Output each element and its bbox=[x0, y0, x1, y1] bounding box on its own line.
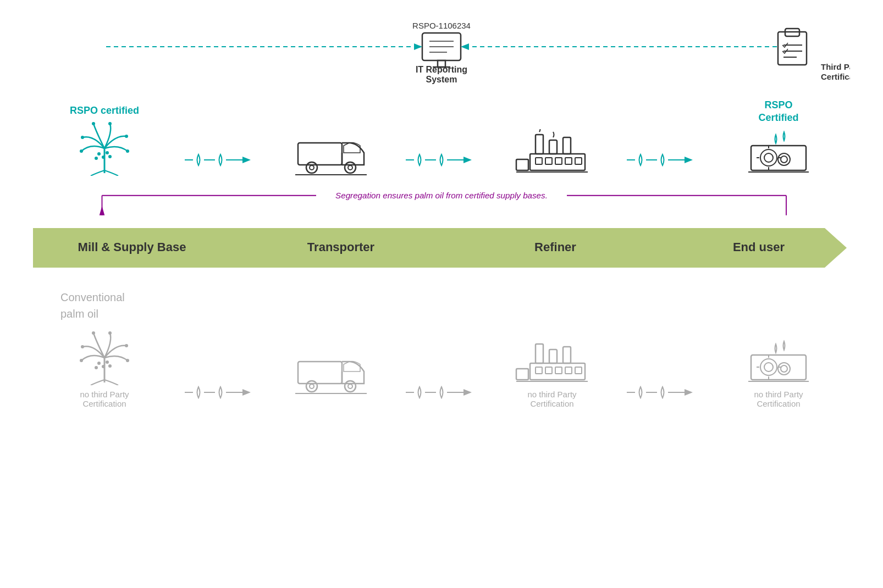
svg-marker-108 bbox=[463, 389, 472, 396]
main-container: RSPO-1106234 IT Reporting System bbox=[0, 0, 883, 588]
svg-text:Segregation ensures palm oil f: Segregation ensures palm oil from certif… bbox=[335, 190, 548, 199]
svg-point-40 bbox=[348, 165, 352, 170]
svg-rect-36 bbox=[298, 143, 342, 165]
truck-icon-top bbox=[295, 132, 367, 176]
svg-point-92 bbox=[102, 365, 105, 368]
svg-point-87 bbox=[125, 344, 128, 347]
svg-point-27 bbox=[97, 152, 101, 156]
svg-point-26 bbox=[126, 149, 129, 153]
svg-point-68 bbox=[778, 153, 790, 165]
svg-text:System: System bbox=[426, 75, 457, 84]
svg-point-31 bbox=[108, 155, 112, 158]
droplets-2 bbox=[406, 146, 477, 176]
svg-rect-52 bbox=[536, 135, 543, 154]
bottom-node-refiner: no third PartyCertification bbox=[508, 339, 596, 408]
svg-rect-50 bbox=[565, 158, 572, 164]
bottom-node-mill: no third PartyCertification bbox=[55, 330, 154, 408]
svg-marker-60 bbox=[685, 157, 693, 163]
svg-rect-49 bbox=[555, 158, 562, 164]
bottom-node-transporter: placeholder bbox=[287, 351, 375, 408]
end-refiner-icon-top bbox=[746, 129, 812, 176]
droplets-3 bbox=[627, 146, 698, 176]
svg-point-88 bbox=[80, 359, 83, 362]
bottom-cert-label-4: no third PartyCertification bbox=[754, 390, 803, 408]
svg-point-93 bbox=[95, 366, 98, 369]
bottom-cert-label-1: no third PartyCertification bbox=[80, 390, 129, 408]
svg-point-28 bbox=[106, 151, 109, 154]
svg-point-90 bbox=[97, 362, 101, 365]
rspo-certified-label: RSPO certified bbox=[70, 105, 139, 117]
palm-tree-certified-icon bbox=[77, 121, 132, 176]
svg-point-125 bbox=[760, 359, 777, 375]
svg-rect-114 bbox=[575, 367, 582, 374]
svg-point-22 bbox=[92, 122, 95, 125]
svg-rect-110 bbox=[536, 367, 542, 374]
svg-point-38 bbox=[310, 165, 314, 170]
svg-rect-112 bbox=[555, 367, 562, 374]
svg-text:Transporter: Transporter bbox=[307, 240, 375, 254]
end-user-icon-bottom bbox=[746, 339, 812, 385]
svg-rect-117 bbox=[563, 347, 571, 363]
droplets-1 bbox=[185, 146, 256, 176]
svg-marker-35 bbox=[242, 157, 251, 163]
top-section: RSPO-1106234 IT Reporting System bbox=[33, 16, 850, 217]
svg-point-24 bbox=[125, 135, 128, 138]
svg-marker-12 bbox=[461, 43, 469, 50]
bottom-droplets-2 bbox=[406, 379, 477, 408]
svg-rect-46 bbox=[530, 154, 585, 170]
svg-rect-54 bbox=[563, 137, 571, 154]
svg-text:RSPO-1106234: RSPO-1106234 bbox=[412, 21, 471, 30]
svg-point-103 bbox=[348, 384, 352, 389]
svg-point-126 bbox=[764, 363, 773, 371]
bottom-droplets-3 bbox=[627, 379, 698, 408]
svg-rect-53 bbox=[549, 140, 557, 154]
node-end-user-top: RSPOCertified bbox=[729, 99, 828, 176]
conventional-label: Conventionalpalm oil bbox=[60, 289, 839, 322]
bottom-droplets-1 bbox=[185, 379, 256, 408]
svg-point-101 bbox=[310, 384, 314, 389]
banner-container: Mill & Supply Base Transporter Refiner E… bbox=[33, 228, 850, 270]
svg-marker-10 bbox=[414, 43, 422, 50]
node-mill: RSPO certified bbox=[55, 105, 154, 176]
rspo-certified-right-label: RSPOCertified bbox=[758, 99, 798, 125]
svg-marker-123 bbox=[685, 389, 693, 396]
svg-point-30 bbox=[95, 157, 98, 160]
svg-rect-47 bbox=[536, 158, 542, 164]
svg-rect-99 bbox=[298, 362, 342, 384]
svg-rect-116 bbox=[549, 350, 557, 363]
svg-point-23 bbox=[108, 122, 112, 125]
segregation-bar-svg: Segregation ensures palm oil from certif… bbox=[55, 190, 828, 217]
svg-rect-111 bbox=[545, 367, 552, 374]
svg-point-63 bbox=[764, 153, 773, 162]
palm-tree-conventional-icon bbox=[77, 330, 132, 385]
svg-point-37 bbox=[306, 162, 317, 173]
svg-point-132 bbox=[781, 365, 787, 372]
svg-text:Mill & Supply Base: Mill & Supply Base bbox=[78, 240, 186, 254]
svg-rect-115 bbox=[536, 344, 543, 363]
svg-text:Refiner: Refiner bbox=[534, 240, 576, 254]
green-banner-svg: Mill & Supply Base Transporter Refiner E… bbox=[33, 228, 847, 268]
it-system-arrows-svg: RSPO-1106234 IT Reporting System bbox=[33, 16, 850, 104]
truck-icon-bottom bbox=[295, 351, 367, 395]
svg-point-94 bbox=[108, 364, 112, 368]
svg-marker-98 bbox=[242, 389, 251, 396]
svg-point-100 bbox=[306, 381, 317, 392]
factory-icon-top bbox=[514, 129, 590, 176]
svg-text:Third Party: Third Party bbox=[821, 62, 850, 71]
bottom-node-end-user: no third PartyCertification bbox=[729, 339, 828, 408]
svg-point-21 bbox=[81, 136, 84, 139]
svg-text:End user: End user bbox=[733, 240, 785, 254]
factory-icon-bottom bbox=[514, 339, 590, 385]
svg-point-85 bbox=[92, 331, 95, 335]
svg-point-86 bbox=[108, 331, 112, 335]
svg-point-131 bbox=[778, 363, 790, 375]
svg-point-84 bbox=[81, 345, 84, 348]
svg-marker-45 bbox=[463, 157, 472, 163]
svg-point-39 bbox=[345, 162, 356, 173]
svg-rect-51 bbox=[575, 158, 582, 164]
svg-rect-109 bbox=[530, 363, 585, 380]
bottom-cert-label-3: no third PartyCertification bbox=[527, 390, 576, 408]
svg-point-91 bbox=[106, 360, 109, 364]
bottom-section: Conventionalpalm oil bbox=[33, 284, 850, 414]
node-transporter-top bbox=[287, 132, 375, 176]
